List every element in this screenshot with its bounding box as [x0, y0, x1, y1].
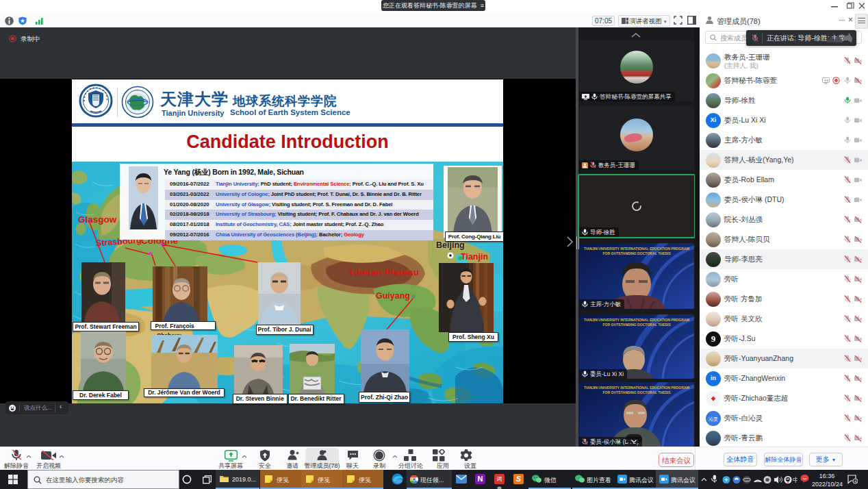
svg-text:中: 中	[793, 477, 797, 484]
